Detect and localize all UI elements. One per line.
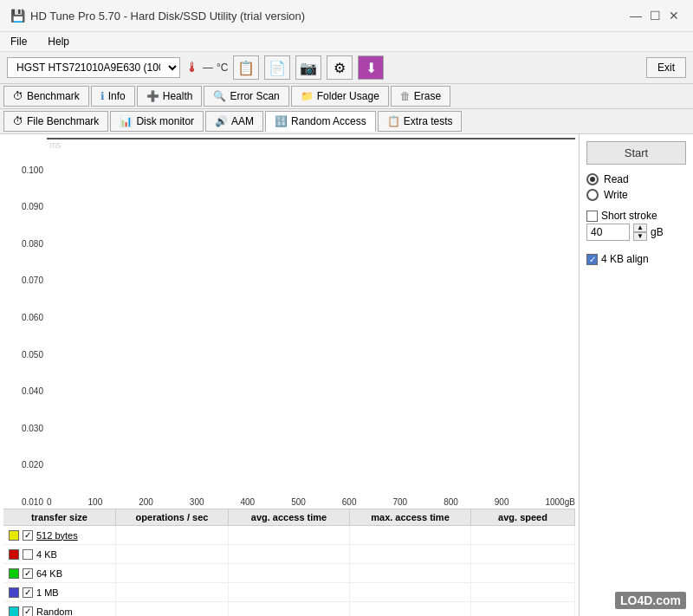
table-row: ✓ 64 KB (3, 564, 575, 583)
table-row: ✓ 1 MB (3, 583, 575, 602)
tab-aam[interactable]: 🔊 AAM (205, 111, 263, 132)
tab-erase[interactable]: 🗑 Erase (391, 86, 450, 107)
radio-write-circle[interactable] (586, 189, 599, 201)
row-512-ops (116, 526, 229, 544)
maximize-button[interactable]: ☐ (646, 7, 664, 24)
temp-separator: — (203, 62, 213, 74)
info-button[interactable]: 📄 (264, 55, 290, 80)
gear-icon: ⚙ (334, 60, 346, 76)
download-button[interactable]: ⬇ (358, 55, 384, 80)
row-512-speed (471, 526, 575, 544)
results-table: transfer size operations / sec avg. acce… (3, 509, 575, 616)
radio-read-circle[interactable] (586, 173, 599, 185)
tab-random-access[interactable]: 🔢 Random Access (265, 111, 376, 132)
color-indicator-512 (9, 530, 19, 541)
label-4kb: 4 KB (36, 549, 57, 560)
watermark: LO4D.com (615, 592, 686, 609)
y-val-0060: 0.060 (22, 313, 43, 322)
start-button[interactable]: Start (586, 141, 686, 165)
row-1mb-label: ✓ 1 MB (3, 583, 116, 601)
settings-button[interactable]: ⚙ (327, 55, 353, 80)
row-4kb-speed (471, 545, 575, 563)
gb-input[interactable] (586, 224, 630, 241)
close-button[interactable]: ✕ (665, 7, 683, 24)
folder-icon: 📁 (301, 90, 314, 102)
checkbox-1mb[interactable]: ✓ (23, 587, 33, 598)
exit-button[interactable]: Exit (646, 57, 686, 78)
health-icon: ➕ (146, 90, 159, 102)
ms-label: ms (49, 140, 61, 150)
camera-icon: 📷 (300, 60, 317, 76)
x-val-800: 800 (444, 497, 458, 507)
row-64kb-label: ✓ 64 KB (3, 564, 116, 582)
y-val-0030: 0.030 (22, 424, 43, 433)
x-val-0: 0 (47, 497, 52, 507)
checkbox-512[interactable]: ✓ (23, 530, 33, 541)
x-val-600: 600 (342, 497, 357, 507)
y-axis: 0.100 0.090 0.080 0.070 0.060 0.050 0.04… (3, 138, 47, 507)
radio-write[interactable]: Write (586, 189, 686, 201)
row-random-max (350, 602, 471, 616)
y-val-0070: 0.070 (22, 276, 43, 285)
drive-select[interactable]: HGST HTS721010A9E630 (1000 gB) (7, 57, 180, 78)
row-1mb-avg (229, 583, 350, 601)
x-val-100: 100 (88, 497, 103, 507)
temp-unit: °C (217, 62, 228, 74)
tab-folder-usage[interactable]: 📁 Folder Usage (291, 86, 389, 107)
radio-read[interactable]: Read (586, 173, 686, 185)
main-content: 0.100 0.090 0.080 0.070 0.060 0.050 0.04… (0, 134, 693, 616)
table-row: ✓ Random (3, 602, 575, 616)
table-row: 4 KB (3, 545, 575, 564)
radio-group-rw: Read Write (586, 173, 686, 201)
x-val-500: 500 (291, 497, 306, 507)
tab-file-benchmark[interactable]: ⏱ File Benchmark (3, 111, 108, 132)
row-random-ops (116, 602, 229, 616)
gb-increment[interactable]: ▲ (633, 224, 647, 232)
short-stroke-section: Short stroke ▲ ▼ gB (586, 210, 686, 241)
x-val-1000: 1000gB (545, 497, 574, 507)
tab-error-scan[interactable]: 🔍 Error Scan (204, 86, 288, 107)
row-64kb-max (350, 564, 471, 582)
app-icon: 💾 (10, 9, 25, 23)
file-bench-icon: ⏱ (13, 115, 23, 127)
color-indicator-1mb (9, 587, 19, 598)
checkbox-4kb[interactable] (23, 549, 33, 560)
short-stroke-label: Short stroke (601, 210, 657, 222)
y-val-0040: 0.040 (22, 386, 43, 396)
x-val-700: 700 (392, 497, 407, 507)
x-val-300: 300 (190, 497, 204, 507)
minimize-button[interactable]: — (627, 7, 644, 24)
window-title: HD Tune Pro 5.70 - Hard Disk/SSD Utility… (30, 10, 305, 23)
screenshot-button[interactable]: 📷 (295, 55, 321, 80)
tab-health[interactable]: ➕ Health (137, 86, 203, 107)
align-row: ✓ 4 KB align (586, 253, 686, 265)
row-1mb-speed (471, 583, 575, 601)
tab-disk-monitor[interactable]: 📊 Disk monitor (110, 111, 204, 132)
y-val-0090: 0.090 (22, 202, 43, 211)
menu-help[interactable]: Help (44, 34, 73, 49)
col-avg-speed: avg. speed (471, 509, 575, 525)
row-512-avg (229, 526, 350, 544)
y-val-0020: 0.020 (22, 460, 43, 470)
kb-align-checkbox[interactable]: ✓ (586, 254, 598, 265)
y-val-0010: 0.010 (22, 497, 43, 507)
tab-extra-tests[interactable]: 📋 Extra tests (378, 111, 463, 132)
tab-info[interactable]: ℹ Info (91, 86, 135, 107)
menu-file[interactable]: File (7, 34, 30, 49)
checkbox-64kb[interactable]: ✓ (23, 568, 33, 579)
tab-benchmark[interactable]: ⏱ Benchmark (3, 86, 89, 107)
random-access-icon: 🔢 (275, 115, 288, 127)
short-stroke-checkbox[interactable] (586, 211, 598, 222)
title-bar: 💾 HD Tune Pro 5.70 - Hard Disk/SSD Utili… (0, 0, 693, 32)
checkbox-random[interactable]: ✓ (23, 606, 33, 617)
row-1mb-max (350, 583, 471, 601)
label-random: Random (36, 606, 73, 617)
label-1mb: 1 MB (36, 587, 59, 598)
gb-decrement[interactable]: ▼ (633, 232, 647, 241)
download-icon: ⬇ (366, 60, 377, 76)
erase-icon: 🗑 (400, 90, 411, 102)
col-transfer-size: transfer size (3, 509, 116, 525)
benchmark-icon: ⏱ (13, 90, 23, 102)
copy-button[interactable]: 📋 (233, 55, 259, 80)
row-4kb-avg (229, 545, 350, 563)
